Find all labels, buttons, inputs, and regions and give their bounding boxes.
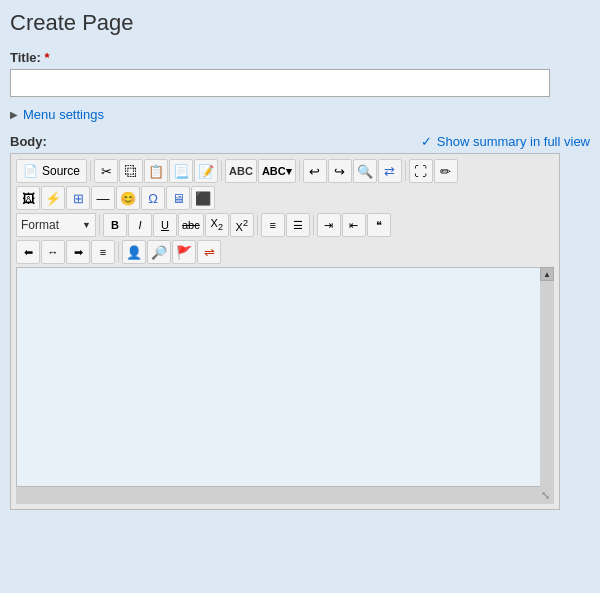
paste-word-button[interactable]: 📝: [194, 159, 218, 183]
special-char-icon: Ω: [148, 191, 158, 206]
separator-4: [405, 161, 406, 181]
paste-button[interactable]: 📋: [144, 159, 168, 183]
copy-button[interactable]: ⿻: [119, 159, 143, 183]
pagebreak-button[interactable]: ⬛: [191, 186, 215, 210]
smiley-icon: 😊: [120, 191, 136, 206]
templates-icon: 👤: [126, 245, 142, 260]
language-button[interactable]: 🚩: [172, 240, 196, 264]
subscript-icon: X2: [211, 217, 223, 232]
copy-icon: ⿻: [125, 164, 138, 179]
bidirectional-button[interactable]: ⇌: [197, 240, 221, 264]
special-char-button[interactable]: Ω: [141, 186, 165, 210]
smiley-button[interactable]: 😊: [116, 186, 140, 210]
flash-icon: ⚡: [45, 191, 61, 206]
separator-5: [99, 215, 100, 235]
title-input[interactable]: [10, 69, 550, 97]
justify-icon: ≡: [100, 246, 106, 258]
separator-2: [221, 161, 222, 181]
show-summary-toggle[interactable]: ✓ Show summary in full view: [421, 134, 590, 149]
separator-6: [257, 215, 258, 235]
toolbar-row-1: 📄 Source ✂ ⿻ 📋 📃 📝 ABC ABC▾ ↩ ↪ 🔍 ⇄ ⛶ ✏: [16, 159, 554, 183]
unordered-list-button[interactable]: ☰: [286, 213, 310, 237]
paste-text-icon: 📃: [173, 164, 189, 179]
indent-button[interactable]: ⇥: [317, 213, 341, 237]
ordered-list-button[interactable]: ≡: [261, 213, 285, 237]
cut-button[interactable]: ✂: [94, 159, 118, 183]
superscript-button[interactable]: X2: [230, 213, 254, 237]
iframe-button[interactable]: 🖥: [166, 186, 190, 210]
paste-icon: 📋: [148, 164, 164, 179]
bidirectional-icon: ⇌: [204, 245, 215, 260]
editor-area-wrap: ▲: [16, 267, 554, 487]
paste-text-button[interactable]: 📃: [169, 159, 193, 183]
page-title: Create Page: [10, 10, 590, 36]
separator-7: [313, 215, 314, 235]
bold-button[interactable]: B: [103, 213, 127, 237]
unordered-list-icon: ☰: [293, 219, 303, 232]
undo-button[interactable]: ↩: [303, 159, 327, 183]
justify-button[interactable]: ≡: [91, 240, 115, 264]
paste-word-icon: 📝: [198, 164, 214, 179]
hr-icon: —: [97, 191, 110, 206]
flash-button[interactable]: ⚡: [41, 186, 65, 210]
show-blocks-button[interactable]: ✏: [434, 159, 458, 183]
subscript-button[interactable]: X2: [205, 213, 229, 237]
italic-icon: I: [138, 219, 141, 231]
replace-icon: ⇄: [384, 164, 395, 179]
scroll-up-button[interactable]: ▲: [540, 267, 554, 281]
required-indicator: *: [44, 50, 49, 65]
language-icon: 🚩: [176, 245, 192, 260]
spellcheck-button[interactable]: ABC: [225, 159, 257, 183]
separator-3: [299, 161, 300, 181]
outdent-icon: ⇤: [349, 219, 358, 232]
format-select[interactable]: Format ▼: [16, 213, 96, 237]
title-field-group: Title: *: [10, 50, 590, 97]
menu-settings-toggle[interactable]: ▶ Menu settings: [10, 107, 104, 122]
redo-button[interactable]: ↪: [328, 159, 352, 183]
maximize-button[interactable]: ⛶: [409, 159, 433, 183]
redo-icon: ↪: [334, 164, 345, 179]
outdent-button[interactable]: ⇤: [342, 213, 366, 237]
image-icon: 🖼: [22, 191, 35, 206]
italic-button[interactable]: I: [128, 213, 152, 237]
cut-icon: ✂: [101, 164, 112, 179]
dropdown-icon: ▼: [82, 220, 91, 230]
find-button[interactable]: 🔍: [353, 159, 377, 183]
align-center-icon: ↔: [48, 246, 59, 258]
document-icon: 📄: [23, 164, 38, 178]
align-left-button[interactable]: ⬅: [16, 240, 40, 264]
resize-handle[interactable]: ⤡: [541, 489, 550, 502]
editor-bottom-bar: ⤡: [16, 487, 554, 504]
image-button[interactable]: 🖼: [16, 186, 40, 210]
editor-content-area[interactable]: [16, 267, 554, 487]
bold-icon: B: [111, 219, 119, 231]
strikethrough-button[interactable]: abc: [178, 213, 204, 237]
align-center-button[interactable]: ↔: [41, 240, 65, 264]
templates-button[interactable]: 👤: [122, 240, 146, 264]
editor-scrollbar[interactable]: ▲: [540, 267, 554, 487]
find2-button[interactable]: 🔎: [147, 240, 171, 264]
align-right-icon: ➡: [74, 246, 83, 259]
spellcheck-icon: ABC: [229, 165, 253, 177]
table-button[interactable]: ⊞: [66, 186, 90, 210]
align-left-icon: ⬅: [24, 246, 33, 259]
spellcheck2-button[interactable]: ABC▾: [258, 159, 296, 183]
find-icon: 🔍: [357, 164, 373, 179]
hr-button[interactable]: —: [91, 186, 115, 210]
blockquote-button[interactable]: ❝: [367, 213, 391, 237]
undo-icon: ↩: [309, 164, 320, 179]
spellcheck2-icon: ABC▾: [262, 165, 292, 178]
toolbar-row-3: Format ▼ B I U abc X2 X2 ≡ ☰ ⇥ ⇤ ❝: [16, 213, 554, 237]
menu-settings-label: Menu settings: [23, 107, 104, 122]
separator-1: [90, 161, 91, 181]
indent-icon: ⇥: [324, 219, 333, 232]
editor-container: 📄 Source ✂ ⿻ 📋 📃 📝 ABC ABC▾ ↩ ↪ 🔍 ⇄ ⛶ ✏ …: [10, 153, 560, 510]
source-button[interactable]: 📄 Source: [16, 159, 87, 183]
superscript-icon: X2: [236, 218, 248, 233]
strikethrough-icon: abc: [182, 219, 200, 231]
expand-icon: ▶: [10, 109, 18, 120]
underline-button[interactable]: U: [153, 213, 177, 237]
replace-button[interactable]: ⇄: [378, 159, 402, 183]
align-right-button[interactable]: ➡: [66, 240, 90, 264]
toolbar-row-4: ⬅ ↔ ➡ ≡ 👤 🔎 🚩 ⇌: [16, 240, 554, 264]
